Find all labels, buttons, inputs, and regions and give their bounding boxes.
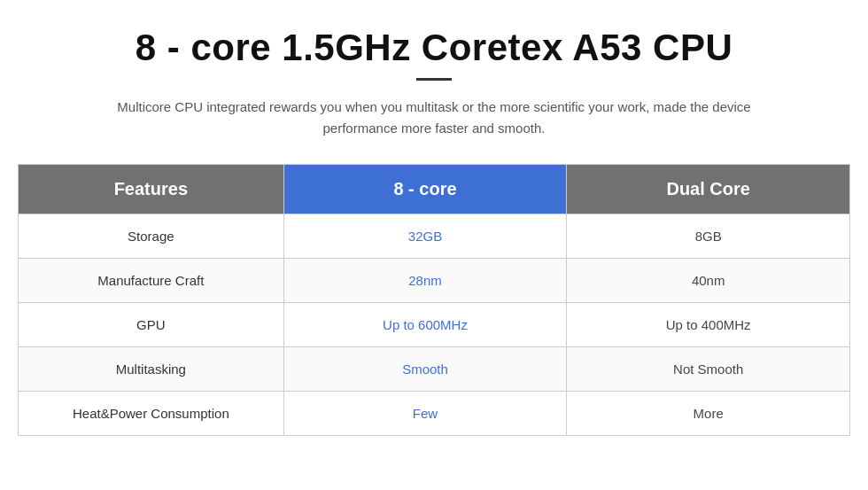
page-subtitle: Multicore CPU integrated rewards you whe… <box>89 97 779 139</box>
col-header-features: Features <box>19 165 284 214</box>
cell-dualcore-1: 40nm <box>567 259 850 303</box>
cell-dualcore-2: Up to 400MHz <box>567 303 850 347</box>
table-row: MultitaskingSmoothNot Smooth <box>19 347 850 392</box>
cell-feature-4: Heat&Power Consumption <box>19 392 284 436</box>
table-row: Heat&Power ConsumptionFewMore <box>19 392 850 436</box>
page-title: 8 - core 1.5GHz Coretex A53 CPU <box>136 27 733 69</box>
cell-dualcore-4: More <box>567 392 850 436</box>
cell-eightcore-4: Few <box>283 392 567 436</box>
comparison-table: Features 8 - core Dual Core Storage32GB8… <box>18 164 850 436</box>
cell-eightcore-0: 32GB <box>283 214 567 259</box>
cell-dualcore-0: 8GB <box>567 214 850 259</box>
cell-eightcore-2: Up to 600MHz <box>283 303 567 347</box>
col-header-eightcore: 8 - core <box>283 165 567 214</box>
cell-feature-2: GPU <box>19 303 284 347</box>
table-row: Storage32GB8GB <box>19 214 850 259</box>
cell-feature-3: Multitasking <box>19 347 284 392</box>
cell-feature-1: Manufacture Craft <box>19 259 284 303</box>
title-divider <box>416 78 452 81</box>
cell-eightcore-1: 28nm <box>283 259 567 303</box>
cell-eightcore-3: Smooth <box>283 347 567 392</box>
cell-dualcore-3: Not Smooth <box>567 347 850 392</box>
cell-feature-0: Storage <box>19 214 284 259</box>
col-header-dualcore: Dual Core <box>567 165 850 214</box>
table-row: Manufacture Craft28nm40nm <box>19 259 850 303</box>
table-row: GPUUp to 600MHzUp to 400MHz <box>19 303 850 347</box>
